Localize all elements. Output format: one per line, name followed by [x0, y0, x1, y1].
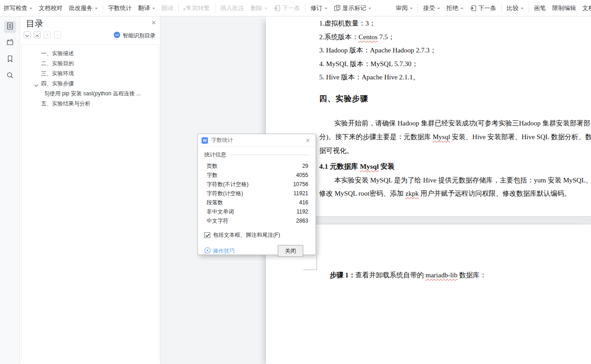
toolbar-item-correction-service[interactable]: 批改服务	[66, 2, 101, 14]
section-heading: 四、实验步骤	[319, 92, 591, 106]
toolbar-item-accept[interactable]: 接受	[420, 2, 443, 14]
stats-group-label: 统计信息	[204, 151, 226, 159]
chevron-down-icon	[461, 8, 463, 10]
stat-label: 字符数(不计空格)	[204, 181, 293, 188]
tips-link[interactable]: 操作技巧	[204, 247, 235, 255]
toolbar-item-doc-proofread[interactable]: 文档校对	[36, 2, 66, 14]
toolbar-item-label: 字数统计	[108, 4, 132, 12]
toolbar-separator	[501, 4, 502, 13]
toolbar-item-doc-permission[interactable]: 文档权限	[579, 2, 591, 14]
toolbar-item-label: 拼写检查	[4, 4, 27, 12]
toolbar-item-label: 下一条	[282, 4, 300, 12]
doc-line[interactable]: 3. Hadoop 版本：Apache Hadoop 2.7.3；	[319, 44, 591, 57]
doc-line[interactable]: 实验开始前，请确保 Hadoop 集群已经安装成功(可参考实验三Hadoop 集…	[319, 116, 591, 130]
text-segment: 本实验安装 MySQL 是为了给 Hive 提供元数据存储库，主要包括：yum …	[334, 177, 591, 184]
doc-line[interactable]: 四、实验步骤	[319, 92, 591, 106]
dialog-footer: 操作技巧 关闭	[204, 245, 309, 257]
toolbar-item-show-markup[interactable]: 显示标记	[331, 2, 374, 14]
checkmark-icon	[205, 234, 210, 237]
doc-line[interactable]: 分)。接下来的步骤主要是：元数据库 Mysql 安装、Hive 安装部署、Hiv…	[319, 130, 591, 144]
groupbox-line	[230, 155, 309, 155]
toc-item[interactable]: 5)使用 pip 安装 sasl(python 远程连接 ...	[22, 88, 159, 99]
search-icon	[6, 71, 14, 81]
toc-item[interactable]: 二、实验目的	[22, 58, 159, 68]
markup-icon	[334, 5, 341, 11]
doc-line[interactable]: 本实验安装 MySQL 是为了给 Hive 提供元数据存储库，主要包括：yum …	[319, 174, 591, 187]
step-1-line: 步骤 1：查看并卸载系统自带的 mariadb-lib 数据库：	[319, 269, 591, 282]
toc-controls: + − 智能识别目录	[24, 31, 157, 39]
text-segment: 7.5；	[378, 33, 395, 41]
stats-table: 页数29字数4055字符数(不计空格)10756字符数(计空格)11921段落数…	[204, 161, 309, 225]
text-segment: 4. MySQL 版本：MySQL 5.7.30；	[319, 60, 418, 68]
collapse-all-button[interactable]	[34, 31, 41, 38]
toolbar-separator	[178, 4, 179, 13]
outline-pane-button[interactable]	[4, 21, 16, 33]
toolbar-item-reject[interactable]: 拒绝	[443, 2, 467, 14]
toc-close-button[interactable]: ×	[149, 18, 158, 27]
subsection-heading: 4.1 元数据库 Mysql 安装	[319, 160, 591, 173]
plus-icon: +	[46, 32, 48, 37]
misspelled-word: Mysql	[360, 162, 378, 170]
misspelled-word: zkpk	[405, 190, 419, 197]
text-segment: 3. Hadoop 版本：Apache Hadoop 2.7.3；	[319, 47, 436, 54]
expand-all-button[interactable]	[24, 31, 31, 38]
chevron-down-icon	[410, 8, 413, 10]
toolbar-item-next-change[interactable]: 下一条	[467, 2, 499, 14]
toolbar-item-label: 翻译	[138, 4, 150, 12]
stat-value: 1192	[296, 208, 309, 215]
outline-icon	[6, 22, 14, 32]
bookmark-icon	[6, 55, 14, 65]
toolbar-item-spell-check[interactable]: 拼写检查	[0, 2, 36, 14]
toolbar-item-label: 下一条	[478, 4, 496, 12]
include-footnotes-checkbox[interactable]	[204, 232, 210, 238]
toolbar-item-review[interactable]: 审阅	[393, 2, 416, 14]
toc-item[interactable]: 五、实验结果与分析	[22, 99, 159, 109]
tips-label: 操作技巧	[213, 247, 235, 255]
toolbar-item-translate[interactable]: 翻译	[135, 2, 158, 14]
chapter-pane-button[interactable]	[4, 37, 16, 49]
toolbar-item-compare[interactable]: 比较	[503, 2, 527, 14]
word-count-dialog: W 字数统计 × 统计信息 页数29字数4055字符数(不计空格)10756字符…	[197, 134, 316, 255]
dialog-title: 字数统计	[211, 136, 233, 144]
stat-label: 段落数	[204, 199, 299, 207]
doc-line[interactable]: 据可视化。	[319, 144, 591, 157]
toolbar-item-word-count[interactable]: 字数统计	[105, 2, 135, 14]
chevron-down-icon	[25, 31, 29, 39]
toolbar-item-label: 简转繁	[192, 4, 210, 12]
smart-recognize-label: 智能识别目录	[123, 32, 156, 40]
toolbar-item-label: 限制编辑	[552, 4, 576, 12]
toc-item[interactable]: 四、实验步骤	[22, 78, 159, 88]
toolbar-item-label: 插入批注	[220, 4, 244, 12]
toolbar-item-track-changes[interactable]: 修订	[307, 2, 331, 14]
chevron-down-icon[interactable]	[34, 80, 38, 88]
stat-row: 字符数(计空格)11921	[204, 189, 309, 198]
chevron-down-icon	[30, 8, 32, 10]
toc-item-label: 五、实验结果与分析	[41, 100, 90, 107]
misspelled-word: mariadb-lib	[425, 271, 457, 279]
doc-line[interactable]: 2.系统版本：Centos 7.5；	[319, 31, 591, 44]
doc-line[interactable]: 1.虚拟机数量：3；	[319, 17, 591, 31]
doc-line[interactable]: 4. MySQL 版本：MySQL 5.7.30；	[319, 57, 591, 71]
chevron-down-icon	[437, 8, 440, 10]
toolbar-item-simplified-to-traditional: 简繁简转繁	[181, 2, 213, 14]
toc-item[interactable]: 一、实验描述	[22, 48, 159, 58]
smart-recognize-toc-button[interactable]: 智能识别目录	[114, 31, 156, 40]
doc-line[interactable]: 修改 MySQL root密码、添加 zkpk 用户并赋予远程访问权限、修改数据…	[319, 187, 591, 200]
doc-line[interactable]: 4.1 元数据库 Mysql 安装	[319, 160, 591, 173]
toolbar-item-label: 朗读	[161, 4, 173, 12]
stat-label: 字数	[204, 172, 296, 179]
bookmark-pane-button[interactable]	[4, 54, 16, 66]
chevron-down-icon	[521, 8, 524, 10]
search-pane-button[interactable]	[4, 70, 16, 82]
toolbar-separator	[103, 4, 103, 13]
doc-line[interactable]: 5. Hive 版本：Apache Hive 2.1.1。	[319, 71, 591, 84]
dialog-close-icon[interactable]: ×	[304, 136, 312, 145]
toolbar-item-label: 显示标记	[342, 4, 366, 12]
toc-item[interactable]: 三、实验环境	[22, 68, 159, 78]
doc-line[interactable]: 步骤 1：查看并卸载系统自带的 mariadb-lib 数据库：	[319, 269, 591, 282]
toolbar-item-pen[interactable]: 画笔	[531, 2, 549, 14]
toolbar-item-restrict-editing[interactable]: 限制编辑	[549, 2, 579, 14]
dialog-title-bar[interactable]: W 字数统计 ×	[198, 134, 316, 147]
play-circle-icon	[204, 247, 211, 255]
close-button[interactable]: 关闭	[278, 245, 303, 257]
